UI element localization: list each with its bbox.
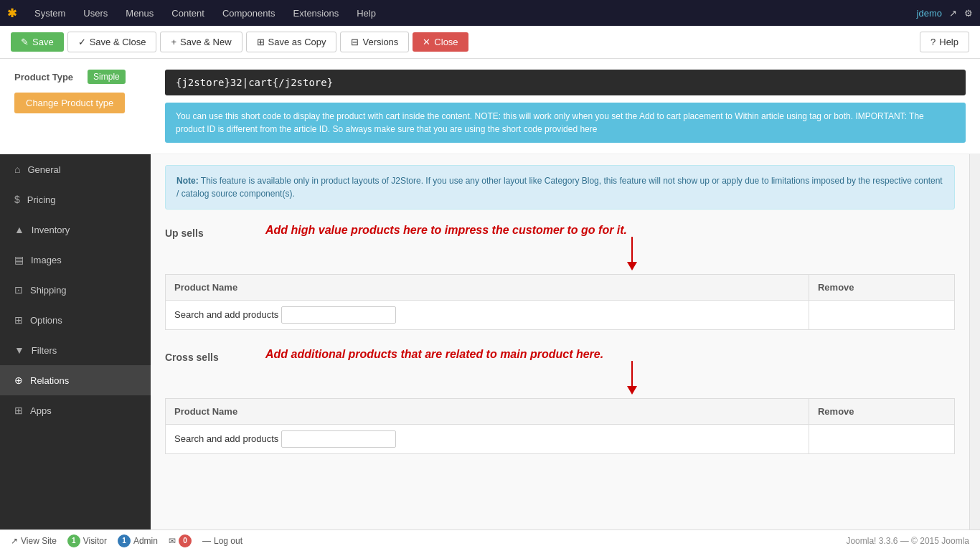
sidebar-item-inventory[interactable]: ▲ Inventory xyxy=(0,215,151,245)
crosssells-remove-cell xyxy=(809,425,954,454)
shipping-icon: ⊡ xyxy=(14,284,23,296)
mail-badge: 0 xyxy=(179,534,192,547)
image-icon: ▤ xyxy=(14,254,24,265)
sidebar-item-shipping[interactable]: ⊡ Shipping xyxy=(0,275,151,305)
sidebar-item-general[interactable]: ⌂ General xyxy=(0,154,151,184)
sidebar-item-images[interactable]: ▤ Images xyxy=(0,245,151,275)
mail-status[interactable]: ✉ 0 xyxy=(169,534,192,547)
sidebar-item-options[interactable]: ⊞ Options xyxy=(0,305,151,335)
sidebar-item-apps[interactable]: ⊞ Apps xyxy=(0,395,151,425)
nav-menu: System Users Menus Content Components Ex… xyxy=(27,4,917,23)
crosssells-section: Cross sells Add additional products that… xyxy=(165,348,955,454)
sidebar-label-options: Options xyxy=(30,315,62,326)
crosssells-search-label: Search and add products xyxy=(174,433,278,444)
visitor-badge: 1 xyxy=(67,534,80,547)
question-icon: ? xyxy=(930,37,936,47)
upsells-search-label: Search and add products xyxy=(174,309,278,320)
upsells-arrow xyxy=(308,237,955,270)
shortcode-info: You can use this short code to display t… xyxy=(165,103,966,143)
crosssells-arrow xyxy=(308,361,955,395)
save-new-button[interactable]: + Save & New xyxy=(160,32,242,52)
upsells-search-input[interactable] xyxy=(281,306,396,324)
note-box: Note: This feature is available only in … xyxy=(165,165,955,209)
settings-icon[interactable]: ⚙ xyxy=(964,8,973,19)
options-icon: ⊞ xyxy=(14,314,23,326)
upsells-remove-cell xyxy=(809,301,954,330)
upper-section: Product Type Simple Change Product type … xyxy=(0,59,980,154)
nav-help[interactable]: Help xyxy=(349,4,383,23)
username[interactable]: jdemo xyxy=(917,8,942,19)
plus-icon: + xyxy=(171,37,176,47)
crosssells-search-row: Search and add products xyxy=(166,425,955,454)
sidebar-label-general: General xyxy=(27,164,60,175)
nav-system[interactable]: System xyxy=(27,4,72,23)
change-product-type-button[interactable]: Change Product type xyxy=(14,93,125,113)
save-icon: ✎ xyxy=(21,37,29,47)
joomla-logo: ✱ xyxy=(7,6,17,20)
admin-badge: 1 xyxy=(118,534,131,547)
shortcode-section: {j2store}32|cart{/j2store} You can use t… xyxy=(151,66,980,146)
product-type-section: Product Type Simple Change Product type xyxy=(0,66,151,146)
product-type-label: Product Type xyxy=(14,72,73,83)
sidebar-item-relations[interactable]: ⊕ Relations xyxy=(0,365,151,395)
toolbar: ✎ Save ✓ Save & Close + Save & New ⊞ Sav… xyxy=(0,26,980,59)
external-link-icon: ↗ xyxy=(949,8,957,19)
save-copy-button[interactable]: ⊞ Save as Copy xyxy=(246,32,337,52)
mail-icon: ✉ xyxy=(169,536,176,546)
versions-button[interactable]: ⊟ Versions xyxy=(340,32,409,52)
nav-components[interactable]: Components xyxy=(215,4,283,23)
upsells-annotation: Add high value products here to impress … xyxy=(265,224,955,237)
shortcode-display: {j2store}32|cart{/j2store} xyxy=(165,70,966,95)
user-area: jdemo ↗ ⚙ xyxy=(917,8,973,19)
main-panel: Note: This feature is available only in … xyxy=(151,154,969,529)
visitor-status[interactable]: 1 Visitor xyxy=(67,534,107,547)
note-text: This feature is available only in produc… xyxy=(176,176,943,199)
save-close-button[interactable]: ✓ Save & Close xyxy=(67,32,157,52)
save-button[interactable]: ✎ Save xyxy=(11,32,64,52)
scrollbar[interactable] xyxy=(969,154,980,529)
sidebar-label-pricing: Pricing xyxy=(27,194,56,205)
apps-icon: ⊞ xyxy=(14,405,23,416)
close-icon: ✕ xyxy=(423,37,430,47)
sidebar-label-shipping: Shipping xyxy=(30,285,67,296)
upsells-section: Up sells Add high value products here to… xyxy=(165,224,955,330)
sidebar-label-apps: Apps xyxy=(30,405,52,416)
crosssells-search-input[interactable] xyxy=(281,430,396,448)
upsells-table: Product Name Remove Search and add produ… xyxy=(165,274,955,330)
view-site-link[interactable]: ↗ View Site xyxy=(11,536,57,546)
crosssells-title: Cross sells xyxy=(165,348,251,363)
external-icon: ↗ xyxy=(11,536,18,546)
crosssells-annotation: Add additional products that are related… xyxy=(265,348,955,361)
versions-icon: ⊟ xyxy=(351,37,359,47)
product-type-badge: Simple xyxy=(88,70,126,84)
dash-icon: — xyxy=(202,536,211,546)
nav-extensions[interactable]: Extensions xyxy=(286,4,347,23)
relations-icon: ⊕ xyxy=(14,375,23,386)
nav-content[interactable]: Content xyxy=(164,4,212,23)
nav-users[interactable]: Users xyxy=(76,4,115,23)
sidebar-label-relations: Relations xyxy=(30,375,69,386)
crosssells-search-cell: Search and add products xyxy=(166,425,809,454)
help-button[interactable]: ? Help xyxy=(920,32,969,52)
upsells-title: Up sells xyxy=(165,224,251,239)
product-type-row: Product Type Simple xyxy=(14,70,136,84)
chart-icon: ▲ xyxy=(14,224,24,235)
nav-menus[interactable]: Menus xyxy=(118,4,161,23)
upsells-col-product-name: Product Name xyxy=(166,275,809,301)
crosssells-col-product-name: Product Name xyxy=(166,399,809,425)
upsells-search-row: Search and add products xyxy=(166,301,955,330)
checkmark-icon: ✓ xyxy=(78,37,86,47)
version-info: Joomla! 3.3.6 — © 2015 Joomla xyxy=(846,536,969,546)
sidebar-item-filters[interactable]: ▼ Filters xyxy=(0,335,151,365)
close-button[interactable]: ✕ Close xyxy=(413,32,468,52)
upsells-search-cell: Search and add products xyxy=(166,301,809,330)
dollar-icon: $ xyxy=(14,194,20,205)
sidebar-item-pricing[interactable]: $ Pricing xyxy=(0,184,151,215)
admin-status[interactable]: 1 Admin xyxy=(118,534,158,547)
crosssells-col-remove: Remove xyxy=(809,399,954,425)
copy-icon: ⊞ xyxy=(257,37,265,47)
content-body: ⌂ General $ Pricing ▲ Inventory ▤ Images… xyxy=(0,154,980,529)
logout-link[interactable]: — Log out xyxy=(202,536,242,546)
sidebar-navigation: ⌂ General $ Pricing ▲ Inventory ▤ Images… xyxy=(0,154,151,529)
top-navigation: ✱ System Users Menus Content Components … xyxy=(0,0,980,26)
